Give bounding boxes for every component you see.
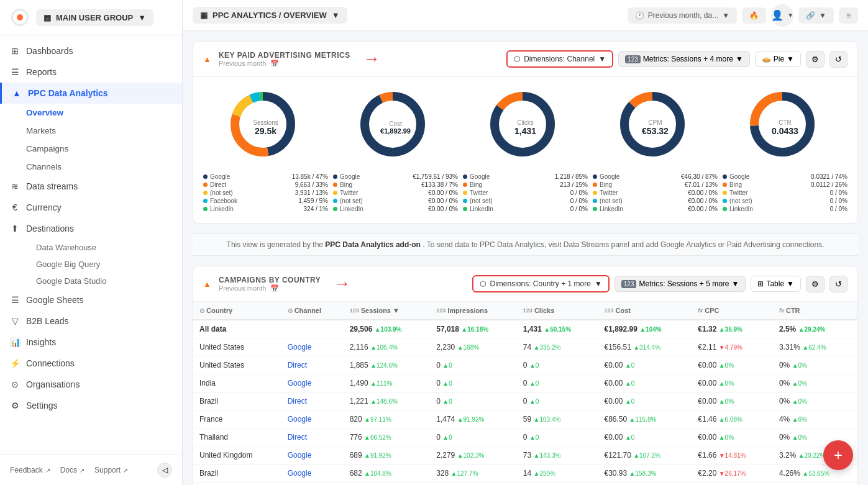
chart-type-button-2[interactable]: ⊞ Table ▼ (751, 276, 801, 292)
sidebar-item-settings[interactable]: ⚙ Settings (0, 395, 182, 416)
legend-item: Google 0.0321 / 74% (723, 173, 847, 181)
sidebar-item-destinations[interactable]: ⬆ Destinations (0, 218, 182, 239)
sidebar-item-insights[interactable]: 📊 Insights (0, 332, 182, 353)
dimension-chevron-icon: ▼ (598, 55, 606, 63)
sidebar: ▦ MAIN USER GROUP ▼ ⊞ Dashboards ☰ Repor… (0, 0, 183, 485)
table-row[interactable]: France Google 820 ▲97.11% 1,474 ▲91.92% … (193, 410, 857, 428)
sidebar-item-google-sheets[interactable]: ☰ Google Sheets (0, 289, 182, 310)
cell-clicks: 59 ▲103.4% (517, 410, 598, 428)
donut-cost: Cost €1,892.99 (355, 87, 436, 168)
legend-clicks: Google 1,218 / 85% Bing 213 / 15% Twitte… (463, 173, 588, 213)
col-impressions[interactable]: 123 Impressions (430, 302, 517, 320)
cell-clicks: 0 ▲0 (517, 428, 598, 446)
share-button[interactable]: 🔗 ▼ (798, 7, 834, 24)
sidebar-item-data-streams[interactable]: ≋ Data streams (0, 176, 182, 197)
sidebar-item-organisations[interactable]: ⊙ Organisations (0, 374, 182, 395)
legend-dot (203, 191, 208, 195)
legend-item: Bing 0.0112 / 26% (723, 181, 847, 189)
refresh-button[interactable]: ↺ (829, 51, 847, 68)
cell-country: United Kingdom (193, 446, 281, 465)
cell-channel: Direct (281, 428, 344, 446)
date-range-button[interactable]: 🕐 Previous month, da... ▼ (628, 7, 737, 24)
fab-button[interactable]: + (823, 440, 853, 470)
legend-dot (593, 183, 597, 187)
metrics-button[interactable]: 123 Metrics: Sessions + 4 more ▼ (618, 51, 750, 67)
connections-icon: ⚡ (10, 358, 20, 368)
col-country[interactable]: ⊙ Country (193, 302, 281, 320)
sidebar-item-google-big-query[interactable]: Google Big Query (0, 256, 182, 273)
legend-dot (333, 175, 337, 179)
filter-button[interactable]: ⚙ (806, 51, 825, 68)
refresh-button-2[interactable]: ↺ (829, 276, 847, 292)
page-title-button[interactable]: ▦ PPC ANALYTICS / OVERVIEW ▼ (193, 7, 347, 24)
table-row[interactable]: United States Direct 1,885 ▲124.6% 0 ▲0 … (193, 356, 857, 374)
metrics-button-2[interactable]: 123 Metrics: Sessions + 5 more ▼ (614, 276, 746, 292)
fire-button[interactable]: 🔥 (742, 7, 766, 24)
table-row[interactable]: Brazil Google 682 ▲104.8% 328 ▲127.7% 14… (193, 465, 857, 483)
table-row[interactable]: Thailand Direct 776 ▲66.52% 0 ▲0 0 ▲0 €0… (193, 428, 857, 446)
col-ctr[interactable]: fx CTR (773, 302, 857, 320)
dimension-button[interactable]: ⬡ Dimensions: Channel ▼ (506, 50, 613, 68)
legend-item: LinkedIn 0 / 0% (463, 205, 588, 213)
cell-impressions: 2,230 ▲168% (430, 338, 517, 356)
avatar-icon[interactable]: 👤 ▼ (771, 4, 793, 27)
table-row[interactable]: Brazil Direct 1,221 ▲148.6% 0 ▲0 0 ▲0 €0… (193, 392, 857, 410)
dimension-button-2[interactable]: ⬡ Dimensions: Country + 1 more ▼ (472, 275, 609, 292)
sidebar-item-campaigns[interactable]: Campaigns (0, 140, 182, 158)
cell-country: All data (193, 320, 281, 338)
sidebar-item-connections[interactable]: ⚡ Connections (0, 353, 182, 374)
back-button[interactable]: ◁ (157, 463, 172, 478)
sidebar-item-ppc-data-analytics[interactable]: ▲ PPC Data Analytics (0, 83, 182, 104)
sidebar-item-overview[interactable]: Overview (0, 104, 182, 122)
col-cost[interactable]: 123 Cost (598, 302, 692, 320)
cell-cost: €0.00 ▲0 (598, 428, 692, 446)
cell-channel (281, 320, 344, 338)
sidebar-nav: ⊞ Dashboards ☰ Reports ▲ PPC Data Analyt… (0, 35, 182, 455)
menu-button[interactable]: ≡ (839, 7, 858, 24)
chart-type-button[interactable]: 🥧 Pie ▼ (755, 51, 801, 67)
external-link-icon: ↗ (45, 467, 50, 474)
legend-item: Google €1,759.61 / 93% (333, 173, 458, 181)
docs-link[interactable]: Docs ↗ (60, 463, 85, 478)
cell-sessions: 776 ▲66.52% (344, 428, 431, 446)
main-user-group-button[interactable]: ▦ MAIN USER GROUP ▼ (36, 9, 153, 26)
legend-ctr: Google 0.0321 / 74% Bing 0.0112 / 26% Tw… (723, 173, 847, 213)
sidebar-item-channels[interactable]: Channels (0, 158, 182, 176)
sidebar-footer: Feedback ↗ Docs ↗ Support ↗ ◁ (0, 455, 182, 485)
sidebar-item-google-data-studio[interactable]: Google Data Studio (0, 273, 182, 289)
table-row[interactable]: United Kingdom Google 689 ▲91.92% 2,279 … (193, 446, 857, 465)
table-row[interactable]: United States Google 2,116 ▲106.4% 2,230… (193, 338, 857, 356)
sidebar-item-b2b-leads[interactable]: ▽ B2B Leads (0, 310, 182, 332)
table-row[interactable]: India Google 1,490 ▲111% 0 ▲0 0 ▲0 €0.00… (193, 374, 857, 392)
legend-item: Twitter 0 / 0% (723, 189, 847, 197)
filter-button-2[interactable]: ⚙ (806, 276, 825, 292)
sidebar-item-data-warehouse[interactable]: Data Warehouse (0, 239, 182, 256)
col-clicks[interactable]: 123 Clicks (517, 302, 598, 320)
dimension-chevron-icon-2: ▼ (595, 279, 602, 288)
cell-sessions: 682 ▲104.8% (344, 465, 431, 483)
sidebar-item-dashboards[interactable]: ⊞ Dashboards (0, 40, 182, 61)
legend-dot (723, 191, 727, 195)
chevron-down-icon: ▼ (722, 11, 729, 20)
sidebar-item-currency[interactable]: € Currency (0, 197, 182, 218)
sidebar-item-markets[interactable]: Markets (0, 122, 182, 140)
table-row[interactable]: All data 29,506 ▲103.9% 57,018 ▲16.18% 1… (193, 320, 857, 338)
legend-item: Google 1,218 / 85% (463, 173, 588, 181)
col-cpc[interactable]: fx CPC (692, 302, 773, 320)
col-channel[interactable]: ⊙ Channel (281, 302, 344, 320)
dashboards-icon: ⊞ (10, 46, 20, 56)
cell-country: Brazil (193, 465, 281, 483)
support-link[interactable]: Support ↗ (94, 463, 128, 478)
col-sessions[interactable]: 123 Sessions ▼ (344, 302, 431, 320)
donut-clicks: Clicks 1,431 (485, 87, 566, 168)
legend-dot (593, 207, 597, 211)
cell-cpc: €0.00 ▲0% (692, 374, 773, 392)
arrow-indicator-2: → (333, 274, 350, 294)
legend-dot (723, 207, 727, 211)
chart-ctr: CTR 0.0433 Google 0.0321 / 74% Bing 0.01… (723, 87, 847, 213)
legend-dot (593, 191, 597, 195)
feedback-link[interactable]: Feedback ↗ (10, 463, 50, 478)
cell-cost: €0.00 ▲0 (598, 356, 692, 374)
sidebar-item-reports[interactable]: ☰ Reports (0, 61, 182, 83)
cell-cpc: €0.00 ▲0% (692, 356, 773, 374)
